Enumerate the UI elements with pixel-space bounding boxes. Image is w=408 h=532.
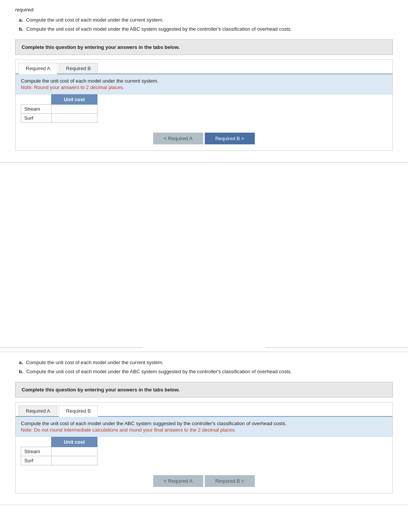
instructions-list-2: Compute the unit cost of each model unde… bbox=[19, 359, 393, 375]
instruction-b-1: Compute the unit cost of each model unde… bbox=[19, 25, 393, 33]
instruction-a-2: Compute the unit cost of each model unde… bbox=[19, 359, 393, 366]
table-row-surf-2: Surf bbox=[21, 456, 97, 465]
tab-instruction-text-1: Compute the unit cost of each model unde… bbox=[21, 78, 387, 84]
prev-button-2[interactable]: < Required A bbox=[153, 475, 203, 487]
tabs-row-1: Required A Required B bbox=[16, 60, 392, 74]
tab-instruction-text-2: Compute the unit cost of each model unde… bbox=[21, 421, 387, 426]
complete-box-1: Complete this question by entering your … bbox=[15, 39, 393, 55]
tab-required-b-2[interactable]: Required B bbox=[59, 405, 98, 417]
data-table-2: Unit cost Stream Surf bbox=[21, 437, 97, 465]
instruction-b-2: Compute the unit cost of each model unde… bbox=[19, 368, 393, 376]
table-header-unit-cost-2: Unit cost bbox=[52, 437, 97, 447]
instructions-list-1: Compute the unit cost of each model unde… bbox=[19, 16, 393, 33]
surf-unit-cost-input-1[interactable] bbox=[52, 114, 97, 122]
nav-buttons-2: < Required A Required B > bbox=[16, 471, 392, 493]
surf-unit-cost-input-2[interactable] bbox=[52, 456, 97, 465]
spacer-section bbox=[0, 163, 408, 352]
tab-required-b-1[interactable]: Required B bbox=[59, 63, 98, 74]
tabs-container-1: Required A Required B Compute the unit c… bbox=[15, 59, 393, 151]
tab-instruction-bar-2: Compute the unit cost of each model unde… bbox=[16, 417, 392, 437]
complete-box-2: Complete this question by entering your … bbox=[15, 382, 393, 397]
required-text: required. bbox=[15, 7, 393, 13]
tab-content-2: Compute the unit cost of each model unde… bbox=[16, 417, 392, 493]
tab-note-1: Note: Round your answers to 2 decimal pl… bbox=[21, 84, 387, 90]
table-row-stream-2: Stream bbox=[21, 447, 97, 456]
row-label-stream-2: Stream bbox=[21, 447, 52, 456]
tab-required-a-1[interactable]: Required A bbox=[19, 63, 57, 74]
stream-unit-cost-input-1[interactable] bbox=[52, 105, 97, 113]
next-button-1[interactable]: Required B > bbox=[205, 133, 255, 144]
input-cell-stream-2[interactable] bbox=[52, 447, 97, 456]
input-cell-surf-1[interactable] bbox=[52, 114, 97, 123]
row-label-surf-2: Surf bbox=[21, 456, 52, 465]
data-table-1: Unit cost Stream Surf bbox=[21, 94, 97, 123]
next-button-2[interactable]: Required B > bbox=[205, 475, 255, 487]
table-row-surf-1: Surf bbox=[21, 114, 97, 123]
table-row-stream-1: Stream bbox=[21, 105, 97, 114]
spacer-line-left bbox=[0, 347, 143, 348]
tabs-row-2: Required A Required B bbox=[16, 402, 392, 417]
tab-required-a-2[interactable]: Required A bbox=[19, 405, 57, 416]
section-1: required. Compute the unit cost of each … bbox=[0, 0, 408, 163]
row-label-stream-1: Stream bbox=[21, 105, 52, 114]
stream-unit-cost-input-2[interactable] bbox=[52, 447, 97, 456]
spacer-line-right bbox=[265, 347, 408, 348]
section-2: Compute the unit cost of each model unde… bbox=[0, 352, 408, 505]
tab-instruction-bar-1: Compute the unit cost of each model unde… bbox=[16, 74, 392, 94]
instruction-a-1: Compute the unit cost of each model unde… bbox=[19, 16, 393, 24]
input-cell-surf-2[interactable] bbox=[52, 456, 97, 465]
table-header-unit-cost-1: Unit cost bbox=[52, 95, 97, 105]
prev-button-1[interactable]: < Required A bbox=[153, 133, 203, 144]
nav-buttons-1: < Required A Required B > bbox=[16, 128, 392, 150]
tabs-container-2: Required A Required B Compute the unit c… bbox=[15, 402, 393, 493]
tab-content-1: Compute the unit cost of each model unde… bbox=[16, 74, 392, 150]
input-cell-stream-1[interactable] bbox=[52, 105, 97, 114]
row-label-surf-1: Surf bbox=[21, 114, 52, 123]
table-header-label-col-2 bbox=[21, 437, 52, 447]
table-header-label-col-1 bbox=[21, 95, 52, 105]
tab-note-2: Note: Do not round intermediate calculat… bbox=[21, 427, 387, 433]
